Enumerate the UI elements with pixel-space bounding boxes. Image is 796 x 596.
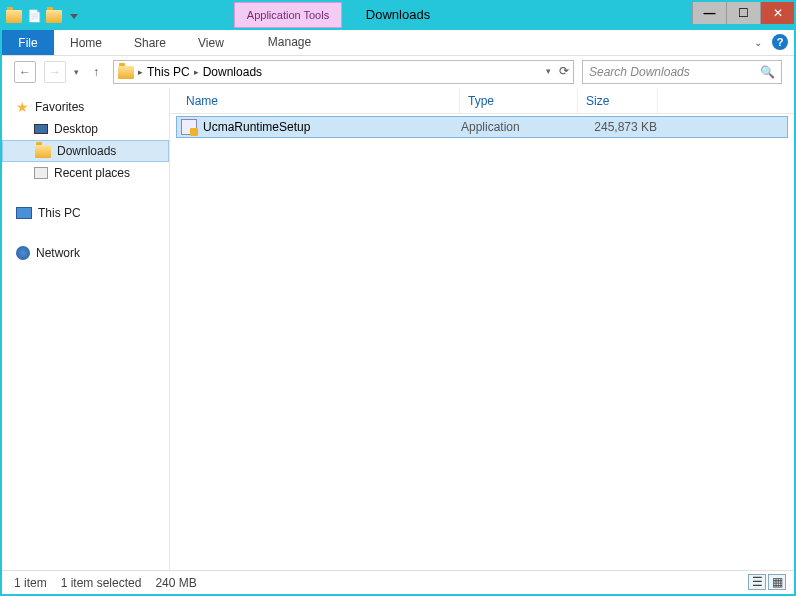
search-input[interactable]: Search Downloads 🔍 — [582, 60, 782, 84]
view-buttons: ☰ ▦ — [748, 574, 786, 590]
nav-label: Downloads — [57, 144, 116, 158]
search-placeholder: Search Downloads — [589, 65, 690, 79]
location-folder-icon — [118, 64, 134, 80]
file-menu[interactable]: File — [2, 30, 54, 55]
help-icon[interactable]: ? — [772, 34, 788, 50]
desktop-icon — [34, 124, 48, 134]
file-type-cell: Application — [461, 120, 579, 134]
chevron-right-icon[interactable]: ▸ — [138, 67, 143, 77]
ribbon-collapse-icon[interactable]: ⌄ — [754, 37, 762, 48]
context-tab-application-tools: Application Tools — [234, 2, 342, 28]
breadcrumb-label: This PC — [147, 65, 190, 79]
back-button[interactable]: ← — [14, 61, 36, 83]
properties-icon[interactable]: 📄 — [26, 8, 42, 24]
refresh-icon[interactable]: ⟳ — [559, 64, 569, 78]
column-headers: Name Type Size — [170, 88, 794, 114]
ribbon-tabs: File Home Share View Manage ⌄ ? — [2, 30, 794, 56]
status-selection-size: 240 MB — [155, 576, 196, 590]
file-name-cell: UcmaRuntimeSetup — [181, 119, 461, 135]
tab-share[interactable]: Share — [118, 30, 182, 55]
title-bar[interactable]: 📄 Application Tools Downloads — ☐ ✕ — [2, 2, 794, 30]
explorer-window: 📄 Application Tools Downloads — ☐ ✕ File… — [0, 0, 796, 596]
tab-manage[interactable]: Manage — [252, 30, 327, 55]
history-dropdown-icon[interactable]: ▾ — [74, 67, 79, 77]
nav-label: Recent places — [54, 166, 130, 180]
breadcrumb-this-pc[interactable]: This PC▸ — [147, 65, 199, 79]
file-row[interactable]: UcmaRuntimeSetup Application 245,873 KB — [176, 116, 788, 138]
nav-label: Favorites — [35, 100, 84, 114]
nav-recent-places[interactable]: Recent places — [2, 162, 169, 184]
up-button[interactable]: ↑ — [87, 63, 105, 81]
address-dropdown-icon[interactable]: ▾ — [546, 66, 551, 76]
window-title: Downloads — [366, 7, 430, 22]
folder-icon — [35, 145, 51, 158]
nav-group-network: Network — [2, 242, 169, 264]
nav-group-this-pc: This PC — [2, 202, 169, 224]
body: ★ Favorites Desktop Downloads Recent pla… — [2, 88, 794, 570]
column-header-type[interactable]: Type — [460, 88, 578, 113]
file-name: UcmaRuntimeSetup — [203, 120, 310, 134]
tab-view[interactable]: View — [182, 30, 240, 55]
star-icon: ★ — [16, 99, 29, 115]
pc-icon — [16, 207, 32, 219]
nav-desktop[interactable]: Desktop — [2, 118, 169, 140]
close-button[interactable]: ✕ — [760, 2, 794, 24]
nav-group-favorites: ★ Favorites Desktop Downloads Recent pla… — [2, 96, 169, 184]
status-bar: 1 item 1 item selected 240 MB ☰ ▦ — [2, 570, 794, 594]
search-icon: 🔍 — [760, 65, 775, 79]
maximize-button[interactable]: ☐ — [726, 2, 760, 24]
breadcrumb-downloads[interactable]: Downloads — [203, 65, 262, 79]
status-selection: 1 item selected — [61, 576, 142, 590]
column-header-size[interactable]: Size — [578, 88, 658, 113]
nav-label: Network — [36, 246, 80, 260]
nav-downloads[interactable]: Downloads — [2, 140, 169, 162]
window-controls: — ☐ ✕ — [692, 2, 794, 24]
nav-label: Desktop — [54, 122, 98, 136]
recent-places-icon — [34, 167, 48, 179]
qat-dropdown-icon[interactable] — [66, 8, 82, 24]
column-header-name[interactable]: Name — [178, 88, 460, 113]
tab-home[interactable]: Home — [54, 30, 118, 55]
minimize-button[interactable]: — — [692, 2, 726, 24]
breadcrumb-bar[interactable]: ▸ This PC▸ Downloads ▾ ⟳ — [113, 60, 574, 84]
nav-label: This PC — [38, 206, 81, 220]
status-count: 1 item — [14, 576, 47, 590]
new-folder-icon[interactable] — [46, 8, 62, 24]
network-icon — [16, 246, 30, 260]
details-view-button[interactable]: ☰ — [748, 574, 766, 590]
file-list[interactable]: UcmaRuntimeSetup Application 245,873 KB — [170, 114, 794, 570]
forward-button[interactable]: → — [44, 61, 66, 83]
nav-this-pc[interactable]: This PC — [2, 202, 169, 224]
nav-network[interactable]: Network — [2, 242, 169, 264]
explorer-icon — [6, 8, 22, 24]
navigation-pane[interactable]: ★ Favorites Desktop Downloads Recent pla… — [2, 88, 170, 570]
nav-favorites[interactable]: ★ Favorites — [2, 96, 169, 118]
thumbnails-view-button[interactable]: ▦ — [768, 574, 786, 590]
address-bar-row: ← → ▾ ↑ ▸ This PC▸ Downloads ▾ ⟳ Search … — [2, 56, 794, 88]
breadcrumb-label: Downloads — [203, 65, 262, 79]
application-icon — [181, 119, 197, 135]
chevron-right-icon[interactable]: ▸ — [194, 67, 199, 77]
content-area: Name Type Size UcmaRuntimeSetup Applicat… — [170, 88, 794, 570]
quick-access-toolbar: 📄 — [2, 8, 82, 24]
file-size-cell: 245,873 KB — [579, 120, 657, 134]
